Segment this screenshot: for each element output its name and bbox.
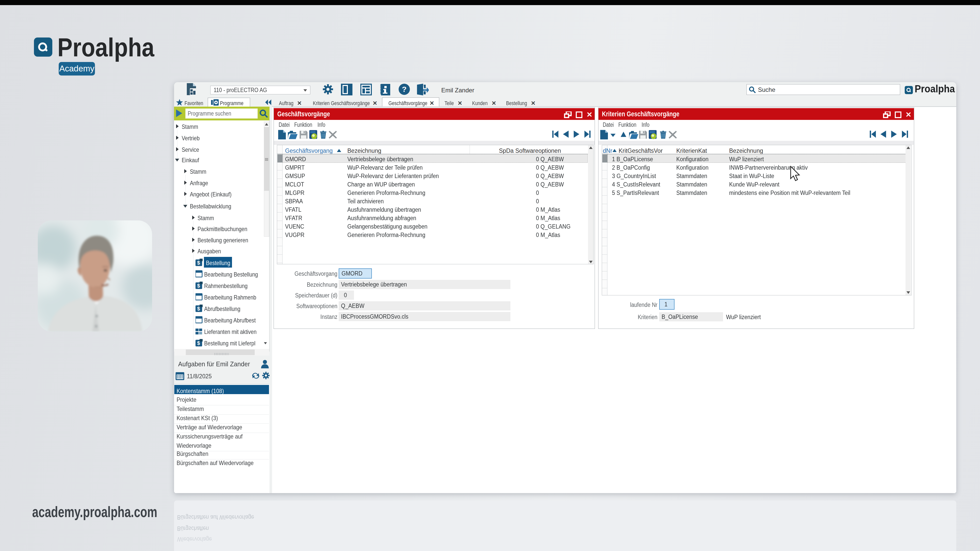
svg-text:$: $ <box>197 340 200 346</box>
svg-text:$: $ <box>197 260 200 265</box>
svg-text:?: ? <box>402 85 407 94</box>
svg-text:$: $ <box>197 306 200 311</box>
svg-text:$: $ <box>197 283 200 289</box>
